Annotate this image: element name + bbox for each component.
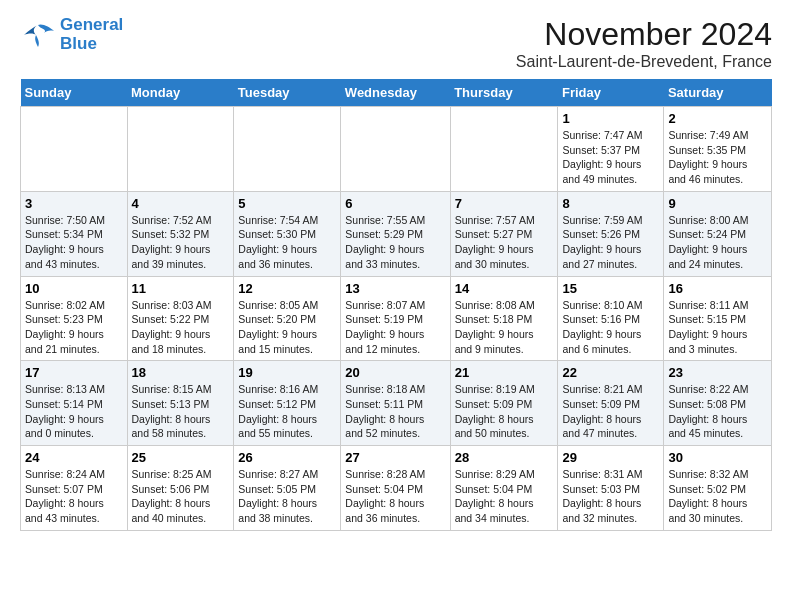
calendar-table: Sunday Monday Tuesday Wednesday Thursday… bbox=[20, 79, 772, 531]
day-info: Sunrise: 7:57 AMSunset: 5:27 PMDaylight:… bbox=[455, 213, 554, 272]
calendar-cell: 4Sunrise: 7:52 AMSunset: 5:32 PMDaylight… bbox=[127, 191, 234, 276]
day-info: Sunrise: 8:24 AMSunset: 5:07 PMDaylight:… bbox=[25, 467, 123, 526]
calendar-cell: 20Sunrise: 8:18 AMSunset: 5:11 PMDayligh… bbox=[341, 361, 450, 446]
day-info: Sunrise: 8:05 AMSunset: 5:20 PMDaylight:… bbox=[238, 298, 336, 357]
calendar-cell: 26Sunrise: 8:27 AMSunset: 5:05 PMDayligh… bbox=[234, 446, 341, 531]
day-number: 20 bbox=[345, 365, 445, 380]
calendar-cell: 18Sunrise: 8:15 AMSunset: 5:13 PMDayligh… bbox=[127, 361, 234, 446]
week-row-4: 17Sunrise: 8:13 AMSunset: 5:14 PMDayligh… bbox=[21, 361, 772, 446]
logo: General Blue bbox=[20, 16, 123, 53]
calendar-cell bbox=[341, 107, 450, 192]
day-number: 29 bbox=[562, 450, 659, 465]
day-number: 3 bbox=[25, 196, 123, 211]
day-info: Sunrise: 8:19 AMSunset: 5:09 PMDaylight:… bbox=[455, 382, 554, 441]
day-number: 17 bbox=[25, 365, 123, 380]
header-monday: Monday bbox=[127, 79, 234, 107]
day-info: Sunrise: 8:32 AMSunset: 5:02 PMDaylight:… bbox=[668, 467, 767, 526]
day-info: Sunrise: 8:03 AMSunset: 5:22 PMDaylight:… bbox=[132, 298, 230, 357]
logo-text: General Blue bbox=[60, 16, 123, 53]
calendar-cell: 27Sunrise: 8:28 AMSunset: 5:04 PMDayligh… bbox=[341, 446, 450, 531]
calendar-cell: 14Sunrise: 8:08 AMSunset: 5:18 PMDayligh… bbox=[450, 276, 558, 361]
day-number: 10 bbox=[25, 281, 123, 296]
day-info: Sunrise: 8:13 AMSunset: 5:14 PMDaylight:… bbox=[25, 382, 123, 441]
calendar-cell bbox=[21, 107, 128, 192]
day-info: Sunrise: 8:07 AMSunset: 5:19 PMDaylight:… bbox=[345, 298, 445, 357]
logo-icon bbox=[20, 21, 56, 49]
week-row-2: 3Sunrise: 7:50 AMSunset: 5:34 PMDaylight… bbox=[21, 191, 772, 276]
calendar-cell: 16Sunrise: 8:11 AMSunset: 5:15 PMDayligh… bbox=[664, 276, 772, 361]
day-number: 7 bbox=[455, 196, 554, 211]
header-thursday: Thursday bbox=[450, 79, 558, 107]
calendar-cell bbox=[127, 107, 234, 192]
day-number: 9 bbox=[668, 196, 767, 211]
calendar-cell: 12Sunrise: 8:05 AMSunset: 5:20 PMDayligh… bbox=[234, 276, 341, 361]
calendar-cell bbox=[450, 107, 558, 192]
day-info: Sunrise: 8:31 AMSunset: 5:03 PMDaylight:… bbox=[562, 467, 659, 526]
calendar-cell: 5Sunrise: 7:54 AMSunset: 5:30 PMDaylight… bbox=[234, 191, 341, 276]
calendar-cell: 3Sunrise: 7:50 AMSunset: 5:34 PMDaylight… bbox=[21, 191, 128, 276]
day-info: Sunrise: 8:22 AMSunset: 5:08 PMDaylight:… bbox=[668, 382, 767, 441]
day-number: 14 bbox=[455, 281, 554, 296]
day-number: 25 bbox=[132, 450, 230, 465]
calendar-cell: 25Sunrise: 8:25 AMSunset: 5:06 PMDayligh… bbox=[127, 446, 234, 531]
day-number: 27 bbox=[345, 450, 445, 465]
day-info: Sunrise: 7:54 AMSunset: 5:30 PMDaylight:… bbox=[238, 213, 336, 272]
day-number: 12 bbox=[238, 281, 336, 296]
calendar-cell: 23Sunrise: 8:22 AMSunset: 5:08 PMDayligh… bbox=[664, 361, 772, 446]
calendar-cell: 7Sunrise: 7:57 AMSunset: 5:27 PMDaylight… bbox=[450, 191, 558, 276]
day-number: 1 bbox=[562, 111, 659, 126]
day-info: Sunrise: 7:52 AMSunset: 5:32 PMDaylight:… bbox=[132, 213, 230, 272]
day-number: 21 bbox=[455, 365, 554, 380]
day-number: 6 bbox=[345, 196, 445, 211]
week-row-1: 1Sunrise: 7:47 AMSunset: 5:37 PMDaylight… bbox=[21, 107, 772, 192]
day-info: Sunrise: 7:49 AMSunset: 5:35 PMDaylight:… bbox=[668, 128, 767, 187]
calendar-cell: 19Sunrise: 8:16 AMSunset: 5:12 PMDayligh… bbox=[234, 361, 341, 446]
calendar-cell: 21Sunrise: 8:19 AMSunset: 5:09 PMDayligh… bbox=[450, 361, 558, 446]
day-info: Sunrise: 8:08 AMSunset: 5:18 PMDaylight:… bbox=[455, 298, 554, 357]
calendar-cell: 15Sunrise: 8:10 AMSunset: 5:16 PMDayligh… bbox=[558, 276, 664, 361]
calendar-cell: 13Sunrise: 8:07 AMSunset: 5:19 PMDayligh… bbox=[341, 276, 450, 361]
day-number: 24 bbox=[25, 450, 123, 465]
day-info: Sunrise: 7:50 AMSunset: 5:34 PMDaylight:… bbox=[25, 213, 123, 272]
header-sunday: Sunday bbox=[21, 79, 128, 107]
day-number: 11 bbox=[132, 281, 230, 296]
logo-general: General bbox=[60, 15, 123, 34]
calendar-cell: 28Sunrise: 8:29 AMSunset: 5:04 PMDayligh… bbox=[450, 446, 558, 531]
page: General Blue November 2024 Saint-Laurent… bbox=[0, 0, 792, 547]
day-number: 28 bbox=[455, 450, 554, 465]
day-number: 26 bbox=[238, 450, 336, 465]
main-title: November 2024 bbox=[516, 16, 772, 53]
day-info: Sunrise: 8:00 AMSunset: 5:24 PMDaylight:… bbox=[668, 213, 767, 272]
day-info: Sunrise: 8:25 AMSunset: 5:06 PMDaylight:… bbox=[132, 467, 230, 526]
week-row-3: 10Sunrise: 8:02 AMSunset: 5:23 PMDayligh… bbox=[21, 276, 772, 361]
calendar-cell: 30Sunrise: 8:32 AMSunset: 5:02 PMDayligh… bbox=[664, 446, 772, 531]
header-row: Sunday Monday Tuesday Wednesday Thursday… bbox=[21, 79, 772, 107]
day-info: Sunrise: 8:11 AMSunset: 5:15 PMDaylight:… bbox=[668, 298, 767, 357]
sub-title: Saint-Laurent-de-Brevedent, France bbox=[516, 53, 772, 71]
day-number: 13 bbox=[345, 281, 445, 296]
calendar-cell: 11Sunrise: 8:03 AMSunset: 5:22 PMDayligh… bbox=[127, 276, 234, 361]
day-info: Sunrise: 8:27 AMSunset: 5:05 PMDaylight:… bbox=[238, 467, 336, 526]
day-info: Sunrise: 7:55 AMSunset: 5:29 PMDaylight:… bbox=[345, 213, 445, 272]
day-number: 2 bbox=[668, 111, 767, 126]
day-info: Sunrise: 8:18 AMSunset: 5:11 PMDaylight:… bbox=[345, 382, 445, 441]
day-number: 5 bbox=[238, 196, 336, 211]
calendar-cell: 24Sunrise: 8:24 AMSunset: 5:07 PMDayligh… bbox=[21, 446, 128, 531]
calendar-cell: 9Sunrise: 8:00 AMSunset: 5:24 PMDaylight… bbox=[664, 191, 772, 276]
day-info: Sunrise: 8:16 AMSunset: 5:12 PMDaylight:… bbox=[238, 382, 336, 441]
day-number: 22 bbox=[562, 365, 659, 380]
logo-blue: Blue bbox=[60, 35, 123, 54]
calendar-cell: 10Sunrise: 8:02 AMSunset: 5:23 PMDayligh… bbox=[21, 276, 128, 361]
calendar-cell: 1Sunrise: 7:47 AMSunset: 5:37 PMDaylight… bbox=[558, 107, 664, 192]
calendar-cell: 6Sunrise: 7:55 AMSunset: 5:29 PMDaylight… bbox=[341, 191, 450, 276]
calendar-cell: 17Sunrise: 8:13 AMSunset: 5:14 PMDayligh… bbox=[21, 361, 128, 446]
header-tuesday: Tuesday bbox=[234, 79, 341, 107]
header-wednesday: Wednesday bbox=[341, 79, 450, 107]
day-info: Sunrise: 8:02 AMSunset: 5:23 PMDaylight:… bbox=[25, 298, 123, 357]
day-number: 15 bbox=[562, 281, 659, 296]
day-number: 16 bbox=[668, 281, 767, 296]
day-number: 19 bbox=[238, 365, 336, 380]
day-info: Sunrise: 8:15 AMSunset: 5:13 PMDaylight:… bbox=[132, 382, 230, 441]
day-info: Sunrise: 8:10 AMSunset: 5:16 PMDaylight:… bbox=[562, 298, 659, 357]
day-info: Sunrise: 8:21 AMSunset: 5:09 PMDaylight:… bbox=[562, 382, 659, 441]
